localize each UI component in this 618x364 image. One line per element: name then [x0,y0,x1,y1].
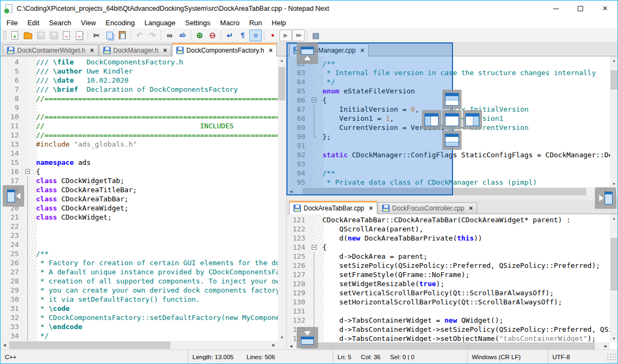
fold-cell [23,231,33,240]
scroll-left-icon[interactable]: ◀ [1,341,9,350]
close-button[interactable]: × [593,1,617,17]
status-line: Ln: 5 [337,354,351,360]
scroll-down-icon[interactable]: ▼ [278,333,286,341]
scroll-left-icon[interactable]: ◀ [287,342,295,350]
vertical-scrollbar[interactable]: ▲ ▼ [278,56,286,341]
drop-bottom-icon[interactable] [442,130,462,150]
drop-right-icon[interactable] [463,110,482,129]
maximize-icon [578,6,583,11]
tab-dockmanager-h[interactable]: DockManager.h× [99,45,171,56]
replace-button[interactable]: ab [176,30,189,41]
cut-button[interactable]: ✂ [90,30,103,41]
menu-view[interactable]: View [76,18,101,28]
horizontal-splitter[interactable] [287,196,617,200]
tab-close-icon[interactable]: × [269,47,272,54]
fold-cell [23,158,33,167]
status-language[interactable]: C++ [1,350,188,363]
horizontal-scrollbar[interactable]: ◀ ▶ [287,342,610,350]
code-line: 25/** [1,249,278,258]
fold-cell[interactable] [23,167,33,176]
line-number: 127 [287,270,310,279]
scrollbar-thumb[interactable] [301,343,595,350]
edge-bottom-icon[interactable] [297,327,318,348]
scroll-up-icon[interactable]: ▲ [278,56,286,64]
save-icon [293,205,301,212]
menu-search[interactable]: Search [44,18,76,28]
fold-collapse-icon[interactable] [25,169,30,174]
scroll-down-icon[interactable]: ▼ [610,334,617,342]
toolbar-grip[interactable] [3,31,7,40]
paste-button[interactable] [116,30,128,41]
minimize-button[interactable] [543,1,568,17]
tab-dockareatabbar-cpp[interactable]: DockAreaTabBar.cpp× [289,201,377,214]
copy-button[interactable] [103,30,116,41]
find-button[interactable]: ∞ [163,30,176,41]
dock-area-left: DockContainerWidget.h×DockManager.h×Dock… [1,42,286,350]
menu-help[interactable]: Help [267,18,291,28]
close-all-button[interactable]: – [73,30,85,41]
scrollbar-thumb[interactable] [610,238,617,290]
indent-guide-button[interactable]: ≡ [249,30,262,41]
menu-macro[interactable]: Macro [215,18,245,28]
tab-close-icon[interactable]: × [163,47,167,54]
save-button[interactable] [34,30,47,41]
macro-record-button[interactable]: ● [267,30,279,41]
dock-area-bottom-right: DockAreaTabBar.cpp×DockFocusController.c… [287,200,617,350]
undo-button[interactable]: ↶ [133,30,146,41]
fold-collapse-icon[interactable] [312,245,317,250]
menu-run[interactable]: Run [245,18,267,28]
menu-file[interactable]: File [2,18,23,28]
zoom-out-button[interactable]: ⊖ [206,30,219,41]
vertical-scrollbar[interactable]: ▲ ▼ [610,56,617,187]
horizontal-scrollbar[interactable]: ◀ ▶ [1,341,278,350]
show-all-characters-button[interactable]: ¶ [236,30,249,41]
tab-close-icon[interactable]: × [469,205,473,212]
scrollbar-thumb[interactable] [9,341,170,349]
macro-play-button[interactable]: ▶ [279,30,292,41]
scrollbar-thumb[interactable] [278,67,285,100]
menu-edit[interactable]: Edit [23,18,44,28]
tab-dockcontainerwidget-h[interactable]: DockContainerWidget.h× [3,45,98,56]
save-all-button[interactable] [47,30,60,41]
tab-dockcomponentsfactory-h[interactable]: DockComponentsFactory.h× [172,43,277,56]
code-line: 11// INCLUDES [1,121,278,130]
tab-close-icon[interactable]: × [90,47,94,54]
scroll-right-icon[interactable]: ▶ [270,341,278,350]
status-encoding[interactable]: UTF-8 [548,350,607,363]
open-file-button[interactable] [21,30,34,41]
scroll-down-icon[interactable]: ▼ [610,180,617,187]
resize-grip[interactable] [607,353,616,362]
line-number: 128 [287,279,310,288]
menu-settings[interactable]: Settings [181,18,215,28]
editor-dockcomponentsfactory[interactable]: 4/// \file DockComponentsFactory.h5/// \… [1,56,278,341]
new-file-button[interactable]: + [9,30,21,41]
menu-language[interactable]: Language [140,18,181,28]
code-line: 24 [1,240,278,249]
word-wrap-button[interactable]: ↵ [224,30,236,41]
drop-left-icon[interactable] [422,110,441,129]
editor-dockareatabbar[interactable]: 121CDockAreaTabBar::CDockAreaTabBar(CDoc… [287,214,610,342]
paste-icon [119,31,126,39]
redo-button[interactable]: ↷ [146,30,159,41]
edge-left-icon[interactable] [3,185,24,207]
tab-dockfocuscontroller-cpp[interactable]: DockFocusController.cpp× [378,202,477,214]
fold-cell[interactable] [310,243,319,252]
scroll-up-icon[interactable]: ▲ [610,56,617,64]
scrollbar-thumb[interactable] [610,70,617,90]
edge-right-icon[interactable] [595,187,616,209]
toolbar-separator [161,31,161,40]
drop-top-icon[interactable] [442,90,462,109]
menu-encoding[interactable]: Encoding [101,18,140,28]
vertical-scrollbar[interactable]: ▲ ▼ [610,214,617,342]
tab-close-icon[interactable]: × [369,205,373,212]
drop-center-icon[interactable] [442,110,462,129]
close-button[interactable]: – [60,30,73,41]
scroll-up-icon[interactable]: ▲ [610,214,617,222]
scroll-right-icon[interactable]: ▶ [602,342,610,350]
document-list-button[interactable]: ▤ [310,30,322,41]
maximize-button[interactable] [568,1,593,17]
macro-run-multiple-button[interactable]: ▶▶ [292,30,305,41]
status-eol-format[interactable]: Windows (CR LF) [467,350,548,363]
edge-top-icon[interactable] [297,42,318,64]
zoom-in-button[interactable]: ⊕ [193,30,206,41]
